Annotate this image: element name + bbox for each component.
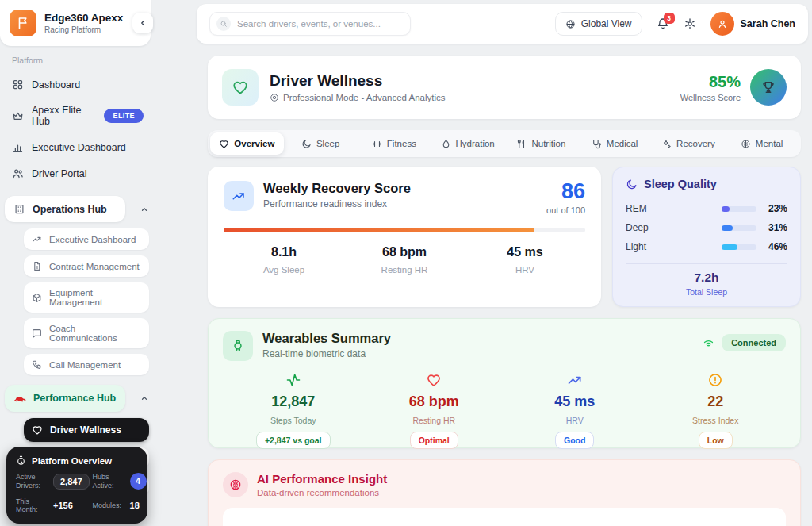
tab-label: Fitness: [387, 139, 416, 148]
trophy-icon: [760, 79, 776, 95]
stat-label: This Month:: [16, 497, 49, 515]
ai-insight-body: [223, 508, 786, 526]
metric-resting-hr: 68 bpm Resting HR Optimal: [364, 372, 505, 449]
ai-insight-header: AI Performance Insight Data-driven recom…: [223, 472, 786, 497]
stat-label: Active Drivers:: [16, 473, 49, 490]
chevron-up-icon: [140, 205, 149, 214]
recovery-icon-tile: [224, 181, 254, 211]
performance-hub-collapse[interactable]: [138, 392, 151, 405]
stat-modules: Modules: 18: [93, 497, 147, 515]
metrics-row: Weekly Recovery Score Performance readin…: [208, 167, 801, 307]
bar-chart-icon: [12, 141, 24, 153]
sidebar-item-apexx-elite-hub[interactable]: Apexx Elite Hub ELITE: [0, 98, 155, 134]
sidebar-subitem-contract-management[interactable]: Contract Management: [24, 255, 149, 277]
stage-label: REM: [626, 203, 722, 214]
recovery-score-value: 86: [546, 181, 585, 202]
sidebar-item-executive-dashboard[interactable]: Executive Dashboard: [0, 134, 155, 160]
tab-hydration[interactable]: Hydration: [431, 132, 504, 155]
tab-fitness[interactable]: Fitness: [358, 132, 431, 155]
stat-resting-hr: 68 bpm Resting HR: [344, 245, 465, 275]
sparkles-icon: [661, 139, 672, 149]
sidebar-collapse-button[interactable]: [132, 13, 153, 33]
moon-icon: [626, 179, 638, 190]
recovery-header: Weekly Recovery Score Performance readin…: [224, 181, 585, 215]
operations-hub-collapse[interactable]: [138, 203, 151, 216]
sidebar-subitem-coach-communications[interactable]: Coach Communications: [24, 318, 149, 348]
sidebar-subitem-call-management[interactable]: Call Management: [24, 354, 149, 375]
operations-hub-row: Operations Hub: [5, 196, 151, 222]
metric-label: HRV: [566, 416, 584, 425]
sidebar-item-operations-hub[interactable]: Operations Hub: [5, 196, 125, 222]
tab-medical[interactable]: Medical: [578, 132, 652, 155]
sidebar-subitem-executive-dashboard[interactable]: Executive Dashboard: [24, 228, 149, 250]
wellness-score-block: 85% Wellness Score: [680, 69, 787, 106]
hub-label: Operations Hub: [33, 204, 107, 215]
stat-value: 4: [130, 473, 147, 490]
wellness-score-label: Wellness Score: [680, 93, 741, 102]
tab-nutrition[interactable]: Nutrition: [504, 132, 578, 155]
metric-label: Steps Today: [270, 416, 316, 425]
metric-value: 68 bpm: [409, 394, 459, 410]
platform-overview-card: Platform Overview Active Drivers: 2,847 …: [6, 447, 147, 524]
wearables-metrics: 12,847 Steps Today +2,847 vs goal 68 bpm…: [223, 372, 786, 449]
metric-steps: 12,847 Steps Today +2,847 vs goal: [223, 372, 364, 449]
recovery-header-text: Weekly Recovery Score Performance readin…: [263, 181, 411, 209]
recovery-score-caption: out of 100: [546, 205, 585, 215]
users-icon: [12, 167, 24, 179]
sidebar-item-performance-hub[interactable]: Performance Hub: [5, 385, 125, 412]
gear-icon: [684, 17, 696, 30]
tab-sleep[interactable]: Sleep: [284, 132, 358, 155]
recovery-stats: 8.1h Avg Sleep 68 bpm Resting HR 45 ms H…: [224, 245, 585, 275]
brand-subtitle: Racing Platform: [44, 25, 123, 34]
brand-title: Edge360 Apexx: [44, 12, 123, 24]
global-view-button[interactable]: Global View: [555, 12, 642, 36]
settings-button[interactable]: [684, 17, 696, 30]
sidebar-item-dashboard[interactable]: Dashboard: [0, 71, 155, 98]
search-input[interactable]: [237, 19, 404, 29]
notifications-button[interactable]: 3: [657, 17, 669, 30]
metric-value: 22: [707, 394, 723, 410]
package-icon: [32, 293, 42, 303]
ai-insight-title: AI Performance Insight: [257, 472, 387, 486]
tab-recovery[interactable]: Recovery: [652, 132, 726, 155]
tab-overview[interactable]: Overview: [210, 132, 284, 155]
sidebar-subitem-equipment-management[interactable]: Equipment Management: [24, 282, 149, 313]
sleep-quality-title: Sleep Quality: [644, 178, 717, 190]
wearables-status: Connected: [703, 334, 786, 351]
stat-this-month: This Month: +156: [16, 497, 90, 515]
header-actions: Global View 3 Sarah Chen: [555, 12, 795, 36]
main-content: Driver Wellness Professional Mode - Adva…: [208, 56, 801, 526]
metric-badge: Low: [699, 432, 733, 449]
tab-label: Nutrition: [531, 139, 565, 148]
stat-label: Hubs Active:: [93, 473, 126, 490]
tab-label: Sleep: [316, 139, 339, 148]
tab-label: Recovery: [676, 139, 715, 148]
stat-hrv: 45 ms HRV: [465, 245, 585, 275]
driver-wellness-header-card: Driver Wellness Professional Mode - Adva…: [208, 56, 801, 119]
performance-hub-row: Performance Hub: [5, 385, 151, 412]
notification-count-badge: 3: [664, 13, 675, 24]
sidebar-subitem-label: Driver Wellness: [50, 424, 121, 436]
stage-bar-fill: [722, 206, 730, 212]
wearables-summary-card: Wearables Summary Real-time biometric da…: [208, 318, 801, 448]
wellness-score-value: 85%: [680, 73, 741, 91]
stage-bar-fill: [722, 244, 737, 250]
user-menu[interactable]: Sarah Chen: [710, 12, 795, 36]
metric-value: 12,847: [271, 394, 315, 410]
sidebar-item-driver-portal[interactable]: Driver Portal: [0, 160, 155, 186]
tab-mental[interactable]: Mental: [725, 132, 799, 155]
sidebar-item-label: Executive Dashboard: [32, 142, 126, 153]
recovery-score: 86 out of 100: [546, 181, 585, 215]
stage-percent: 31%: [764, 222, 787, 233]
stage-label: Light: [626, 241, 722, 252]
sidebar-subitem-driver-wellness[interactable]: Driver Wellness: [24, 418, 149, 442]
search-box[interactable]: [209, 12, 411, 36]
sleep-quality-card: Sleep Quality REM 23% Deep 31% Light 46%: [612, 167, 801, 307]
brand-logo[interactable]: [10, 10, 36, 36]
user-name: Sarah Chen: [741, 18, 795, 29]
stage-percent: 46%: [764, 241, 787, 252]
stat-value: 8.1h: [224, 245, 344, 259]
phone-icon: [32, 359, 42, 370]
brain-icon-tile: [223, 472, 248, 497]
sleep-quality-header: Sleep Quality: [626, 178, 787, 190]
